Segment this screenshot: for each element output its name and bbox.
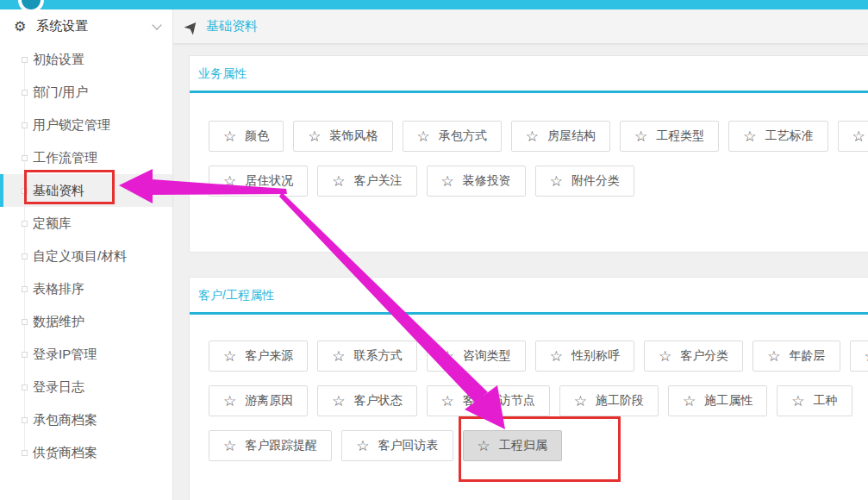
attribute-button[interactable]: ☆ 工种 (777, 385, 852, 416)
sidebar-item-1[interactable]: 部门/用户 (0, 76, 172, 109)
bullet-icon (22, 319, 28, 325)
panel-title: 客户/工程属性 (190, 278, 868, 315)
sidebar-item-label: 初始设置 (33, 52, 84, 68)
navigation-arrow-icon (183, 16, 203, 36)
star-icon: ☆ (441, 174, 454, 189)
sidebar-item-label: 供货商档案 (33, 445, 97, 461)
attribute-button[interactable]: ☆ 客户关注 (317, 166, 416, 197)
panel-business-attributes: 业务属性 ☆ 颜色 ☆ 装饰风格 ☆ 承包方式 ☆ 房屋结构 ☆ 工程类型 ☆ … (189, 55, 868, 253)
attribute-button[interactable]: ☆ (850, 341, 868, 372)
attribute-button[interactable]: ☆ 居住状况 (209, 166, 308, 197)
attribute-row: ☆ 游离原因 ☆ 客户状态 ☆ 客户回访节点 ☆ 施工阶段 ☆ 施工属性 ☆ 工… (209, 385, 868, 416)
sidebar-group-system-settings[interactable]: ⚙ 系统设置 (0, 9, 172, 43)
attribute-button[interactable]: ☆ 房屋结构 (511, 121, 610, 152)
sidebar-item-label: 部门/用户 (33, 84, 88, 101)
attribute-button-label: 施工属性 (704, 393, 752, 409)
attribute-button[interactable]: ☆ 装修投资 (427, 166, 526, 197)
sidebar: ⚙ 系统设置 初始设置 部门/用户 用户锁定管理 工作流管理 基础资料 定额库 … (0, 9, 173, 500)
attribute-button[interactable]: ☆ 客户跟踪提醒 (209, 430, 332, 461)
attribute-button[interactable]: ☆ 年龄层 (752, 341, 840, 372)
attribute-button-label: 客户状态 (354, 393, 403, 409)
sidebar-item-3[interactable]: 工作流管理 (0, 141, 172, 174)
sidebar-item-label: 基础资料 (33, 183, 84, 199)
attribute-button[interactable]: ☆ (838, 121, 868, 152)
star-icon: ☆ (550, 174, 563, 189)
star-icon: ☆ (659, 349, 671, 364)
bullet-icon (22, 122, 28, 128)
attribute-button[interactable]: ☆ 附件分类 (535, 166, 634, 197)
attribute-row: ☆ 居住状况 ☆ 客户关注 ☆ 装修投资 ☆ 附件分类 (209, 166, 868, 197)
attribute-button[interactable]: ☆ 施工阶段 (559, 385, 659, 416)
attribute-button-label: 工程类型 (656, 128, 704, 144)
sidebar-item-0[interactable]: 初始设置 (0, 43, 172, 76)
star-icon: ☆ (223, 129, 236, 144)
attribute-button-label: 性别称呼 (571, 348, 620, 364)
panel-title: 业务属性 (190, 56, 868, 93)
attribute-button-label: 客户回访表 (378, 438, 439, 453)
attribute-button[interactable]: ☆ 游离原因 (209, 385, 308, 416)
sidebar-item-4[interactable]: 基础资料 (0, 174, 172, 207)
sidebar-item-9[interactable]: 登录IP管理 (0, 338, 172, 371)
star-icon: ☆ (441, 394, 454, 409)
attribute-button[interactable]: ☆ 咨询类型 (427, 341, 526, 372)
bullet-icon (22, 188, 28, 194)
attribute-button-label: 装修投资 (463, 173, 511, 189)
attribute-button[interactable]: ☆ 承包方式 (403, 121, 502, 152)
attribute-button-label: 客户回访节点 (463, 393, 535, 409)
star-icon: ☆ (865, 349, 868, 364)
star-icon: ☆ (634, 129, 647, 144)
star-icon: ☆ (223, 174, 236, 189)
attribute-button[interactable]: ☆ 客户来源 (209, 341, 308, 372)
attribute-button[interactable]: ☆ 工艺标准 (728, 121, 827, 152)
attribute-button[interactable]: ☆ 工程归属 (463, 430, 562, 461)
bullet-icon (22, 417, 28, 423)
panel-customer-project-attributes: 客户/工程属性 ☆ 客户来源 ☆ 联系方式 ☆ 咨询类型 ☆ 性别称呼 ☆ 客户… (189, 277, 868, 500)
attribute-row: ☆ 客户跟踪提醒 ☆ 客户回访表 ☆ 工程归属 (209, 430, 868, 461)
sidebar-item-10[interactable]: 登录日志 (0, 371, 172, 403)
attribute-button-label: 客户关注 (354, 173, 403, 189)
star-icon: ☆ (683, 394, 696, 409)
star-icon: ☆ (767, 349, 780, 364)
attribute-button-label: 工种 (814, 393, 838, 409)
sidebar-item-6[interactable]: 自定义项目/材料 (0, 240, 172, 272)
sidebar-item-7[interactable]: 表格排序 (0, 272, 172, 305)
attribute-button[interactable]: ☆ 工程类型 (620, 121, 719, 152)
attribute-button-label: 承包方式 (439, 128, 487, 144)
bullet-icon (22, 221, 28, 227)
attribute-button[interactable]: ☆ 联系方式 (317, 341, 416, 372)
sidebar-item-label: 承包商档案 (33, 412, 97, 428)
star-icon: ☆ (417, 129, 430, 144)
sidebar-item-11[interactable]: 承包商档案 (0, 403, 172, 436)
star-icon: ☆ (441, 349, 454, 364)
attribute-button[interactable]: ☆ 客户回访表 (341, 430, 453, 461)
attribute-button-label: 游离原因 (245, 393, 293, 409)
attribute-button[interactable]: ☆ 客户回访节点 (427, 385, 550, 416)
sidebar-item-8[interactable]: 数据维护 (0, 305, 172, 338)
attribute-button-label: 工艺标准 (765, 128, 814, 144)
attribute-button-label: 附件分类 (571, 173, 620, 189)
breadcrumb: 基础资料 (173, 9, 868, 44)
star-icon: ☆ (852, 129, 865, 144)
star-icon: ☆ (743, 129, 756, 144)
bullet-icon (22, 57, 28, 63)
star-icon: ☆ (223, 394, 236, 409)
attribute-button-label: 装饰风格 (330, 128, 378, 144)
attribute-button[interactable]: ☆ 性别称呼 (535, 341, 634, 372)
star-icon: ☆ (526, 129, 539, 144)
attribute-button-label: 房屋结构 (547, 128, 596, 144)
attribute-button[interactable]: ☆ 客户分类 (644, 341, 743, 372)
attribute-button-label: 客户跟踪提醒 (245, 438, 317, 453)
sidebar-item-12[interactable]: 供货商档案 (0, 436, 172, 469)
breadcrumb-label: 基础资料 (206, 18, 258, 34)
gear-icon: ⚙ (14, 20, 26, 34)
attribute-button[interactable]: ☆ 颜色 (209, 121, 284, 152)
attribute-button[interactable]: ☆ 施工属性 (668, 385, 767, 416)
sidebar-item-label: 登录日志 (33, 379, 84, 396)
sidebar-item-2[interactable]: 用户锁定管理 (0, 109, 172, 141)
sidebar-item-label: 用户锁定管理 (33, 117, 110, 134)
attribute-button[interactable]: ☆ 客户状态 (317, 385, 416, 416)
attribute-button-label: 工程归属 (499, 438, 547, 453)
attribute-button[interactable]: ☆ 装饰风格 (293, 121, 392, 152)
sidebar-item-5[interactable]: 定额库 (0, 207, 172, 240)
bullet-icon (22, 450, 28, 456)
